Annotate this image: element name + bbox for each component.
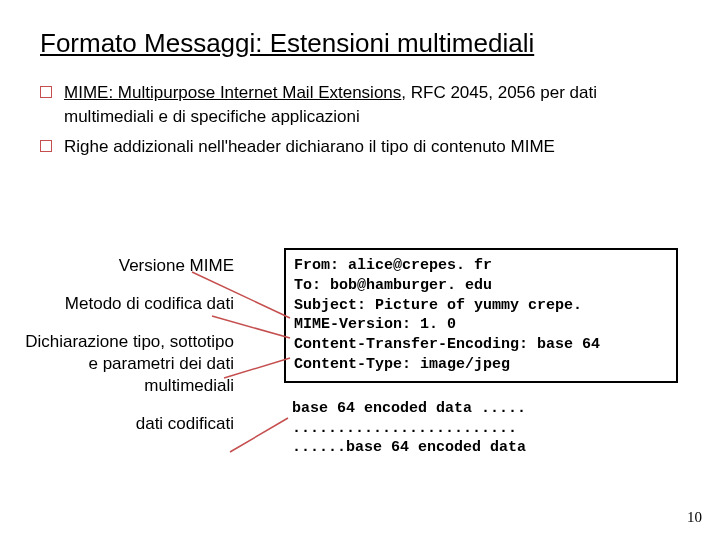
hdr-cte: Content-Transfer-Encoding: base 64 bbox=[294, 336, 600, 353]
body-l3: ......base 64 encoded data bbox=[292, 439, 526, 456]
code-area: From: alice@crepes. fr To: bob@hamburger… bbox=[284, 248, 678, 474]
bullet-1-underlined: MIME: Multipurpose Internet Mail Extensi… bbox=[64, 83, 401, 102]
body-l1: base 64 encoded data ..... bbox=[292, 400, 526, 417]
slide: Formato Messaggi: Estensioni multimedial… bbox=[0, 0, 720, 158]
mime-header-box: From: alice@crepes. fr To: bob@hamburger… bbox=[284, 248, 678, 383]
label-column: Versione MIME Metodo di codifica dati Di… bbox=[14, 255, 234, 452]
mime-body-box: base 64 encoded data ..... .............… bbox=[284, 393, 678, 464]
body-l2: ......................... bbox=[292, 420, 517, 437]
slide-title: Formato Messaggi: Estensioni multimedial… bbox=[40, 28, 690, 59]
page-number: 10 bbox=[687, 509, 702, 526]
bullet-item-2: Righe addizionali nell'header dichiarano… bbox=[40, 135, 690, 159]
bullet-item-1: MIME: Multipurpose Internet Mail Extensi… bbox=[40, 81, 690, 129]
hdr-mime: MIME-Version: 1. 0 bbox=[294, 316, 456, 333]
svg-line-3 bbox=[230, 418, 288, 452]
hdr-subject: Subject: Picture of yummy crepe. bbox=[294, 297, 582, 314]
bullet-list: MIME: Multipurpose Internet Mail Extensi… bbox=[40, 81, 690, 158]
label-type-declaration: Dichiarazione tipo, sottotipo e parametr… bbox=[14, 331, 234, 397]
label-encoding-method: Metodo di codifica dati bbox=[14, 293, 234, 315]
hdr-to: To: bob@hamburger. edu bbox=[294, 277, 492, 294]
label-mime-version: Versione MIME bbox=[14, 255, 234, 277]
label-encoded-data: dati codificati bbox=[14, 413, 234, 435]
hdr-from: From: alice@crepes. fr bbox=[294, 257, 492, 274]
hdr-ctype: Content-Type: image/jpeg bbox=[294, 356, 510, 373]
